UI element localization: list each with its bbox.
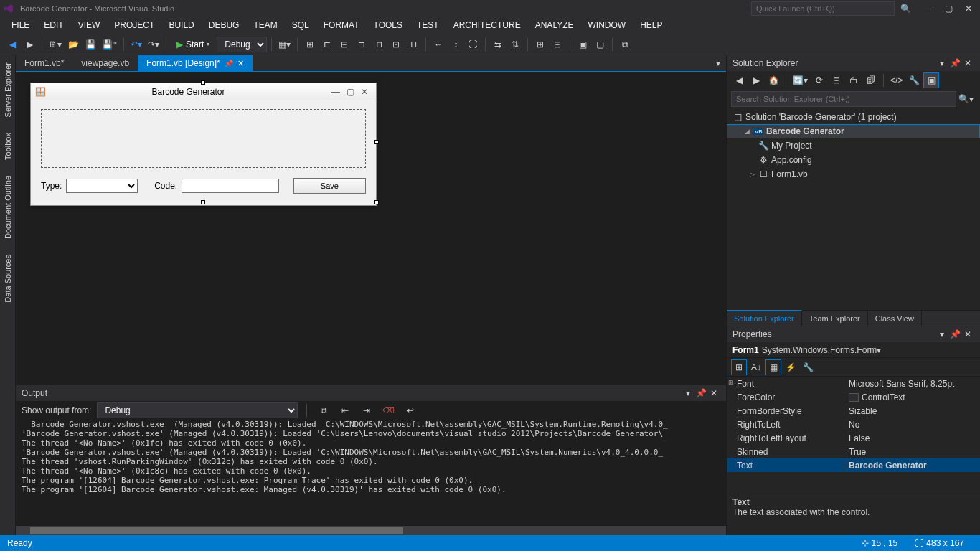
rail-toolbox[interactable]: Toolbox (4, 128, 12, 164)
panel-pin-icon[interactable]: 📌 (948, 58, 961, 68)
panel-dropdown-icon[interactable]: ▾ (682, 388, 694, 398)
menu-file[interactable]: FILE (4, 19, 37, 32)
align-grid-icon[interactable]: ⊞ (302, 37, 318, 52)
find-message-icon[interactable]: ⧉ (316, 402, 331, 418)
output-source-select[interactable]: Debug (97, 402, 298, 418)
tab-solution-explorer[interactable]: Solution Explorer (727, 310, 802, 326)
property-value[interactable]: False (844, 433, 980, 443)
tabs-overflow-icon[interactable]: ▾ (710, 55, 726, 71)
toggle-wrap-icon[interactable]: ↩ (402, 402, 418, 418)
designed-form[interactable]: 🪟 Barcode Generator — ▢ ✕ Type: Code: (30, 83, 377, 206)
panel-close-icon[interactable]: ✕ (961, 58, 974, 68)
se-show-all-files-icon[interactable]: 🗐 (863, 72, 879, 88)
resize-handle-icon[interactable] (374, 200, 379, 204)
output-h-scrollbar[interactable] (16, 525, 726, 535)
close-icon[interactable]: ✕ (237, 59, 244, 68)
new-project-icon[interactable]: 🗎▾ (47, 37, 64, 52)
menu-team[interactable]: TEAM (246, 19, 284, 32)
expander-icon[interactable]: ◢ (743, 128, 750, 135)
picturebox-barcode[interactable] (41, 109, 366, 168)
save-all-icon[interactable]: 💾⁺ (100, 37, 119, 52)
tree-solution-node[interactable]: ◫ Solution 'Barcode Generator' (1 projec… (727, 110, 980, 124)
panel-close-icon[interactable]: ✕ (961, 329, 974, 339)
property-row[interactable]: FormBorderStyleSizable (727, 404, 980, 418)
se-preview-icon[interactable]: ▣ (923, 72, 939, 88)
layout-icon[interactable]: ▦▾ (276, 37, 293, 52)
panel-dropdown-icon[interactable]: ▾ (936, 58, 948, 68)
search-icon[interactable]: 🔍▾ (956, 91, 976, 107)
expander-icon[interactable]: ▷ (748, 171, 755, 178)
panel-pin-icon[interactable]: 📌 (694, 388, 707, 398)
start-debug-button[interactable]: ▶ Start ▾ (171, 37, 215, 52)
minimize-button[interactable]: — (920, 1, 937, 16)
rail-document-outline[interactable]: Document Outline (4, 171, 12, 243)
maximize-button[interactable]: ▢ (940, 1, 957, 16)
nav-forward-icon[interactable]: ▶ (22, 37, 37, 52)
se-sync-icon[interactable]: 🔄▾ (791, 72, 810, 88)
align-right-icon[interactable]: ⊐ (354, 37, 369, 52)
menu-build[interactable]: BUILD (161, 19, 201, 32)
nav-back-icon[interactable]: ◀ (4, 37, 20, 52)
same-size-icon[interactable]: ⛶ (465, 37, 481, 52)
config-select[interactable]: Debug (217, 37, 267, 52)
tree-item-appconfig[interactable]: ⚙ App.config (727, 153, 980, 167)
code-textbox[interactable] (182, 179, 279, 193)
properties-object-selector[interactable]: Form1 System.Windows.Forms.Form ▾ (727, 342, 980, 358)
se-forward-icon[interactable]: ▶ (748, 72, 764, 88)
quick-launch-input[interactable] (751, 1, 895, 16)
menu-sql[interactable]: SQL (285, 19, 316, 32)
search-icon[interactable]: 🔍 (895, 4, 917, 14)
type-combobox[interactable] (66, 179, 137, 193)
tab-order-icon[interactable]: ⧉ (617, 37, 633, 52)
close-button[interactable]: ✕ (960, 1, 977, 16)
menu-window[interactable]: WINDOW (581, 19, 633, 32)
save-icon[interactable]: 💾 (83, 37, 98, 52)
property-pages-icon[interactable]: 🔧 (800, 359, 816, 375)
panel-pin-icon[interactable]: 📌 (948, 329, 961, 339)
property-row[interactable]: SkinnedTrue (727, 445, 980, 458)
categorized-icon[interactable]: ⊞ (731, 359, 747, 375)
menu-test[interactable]: TEST (410, 19, 446, 32)
tab-viewpage[interactable]: viewpage.vb (72, 55, 138, 71)
se-show-all-icon[interactable]: 🗀 (846, 72, 862, 88)
property-value[interactable]: Sizable (844, 406, 980, 416)
properties-grid[interactable]: ⊞FontMicrosoft Sans Serif, 8.25ptForeCol… (727, 377, 980, 494)
menu-help[interactable]: HELP (633, 19, 669, 32)
panel-dropdown-icon[interactable]: ▾ (936, 329, 948, 339)
same-width-icon[interactable]: ↔ (430, 37, 446, 52)
hspace-equal-icon[interactable]: ⇆ (490, 37, 506, 52)
property-row[interactable]: RightToLeftLayoutFalse (727, 431, 980, 445)
vspace-equal-icon[interactable]: ⇅ (507, 37, 523, 52)
menu-debug[interactable]: DEBUG (202, 19, 247, 32)
resize-handle-icon[interactable] (201, 80, 205, 85)
property-value[interactable]: ControlText (844, 392, 980, 402)
solution-search-input[interactable] (731, 91, 956, 107)
align-left-icon[interactable]: ⊏ (319, 37, 335, 52)
bring-front-icon[interactable]: ▣ (575, 37, 590, 52)
rail-server-explorer[interactable]: Server Explorer (4, 58, 12, 121)
output-text[interactable]: Barcode Generator.vshost.exe (Managed (v… (16, 420, 726, 525)
events-icon[interactable]: ⚡ (783, 359, 798, 375)
align-bottom-icon[interactable]: ⊔ (405, 37, 421, 52)
pin-icon[interactable]: 📌 (225, 60, 233, 67)
clear-all-icon[interactable]: ⌫ (380, 402, 397, 418)
goto-next-icon[interactable]: ⇥ (359, 402, 374, 418)
same-height-icon[interactable]: ↕ (448, 37, 463, 52)
save-button[interactable]: Save (293, 178, 366, 194)
se-collapse-icon[interactable]: ⊟ (829, 72, 844, 88)
center-v-icon[interactable]: ⊟ (550, 37, 565, 52)
menu-architecture[interactable]: ARCHITECTURE (446, 19, 528, 32)
properties-icon[interactable]: ▦ (765, 359, 781, 375)
menu-tools[interactable]: TOOLS (367, 19, 410, 32)
align-middle-icon[interactable]: ⊡ (388, 37, 404, 52)
property-value[interactable]: True (844, 447, 980, 457)
property-row[interactable]: RightToLeftNo (727, 418, 980, 431)
tab-form1-code[interactable]: Form1.vb* (16, 55, 72, 71)
tab-form1-design[interactable]: Form1.vb [Design]* 📌 ✕ (138, 55, 253, 71)
tree-project-node[interactable]: ◢ VB Barcode Generator (727, 124, 980, 138)
tree-item-form1[interactable]: ▷ ☐ Form1.vb (727, 167, 980, 182)
tab-team-explorer[interactable]: Team Explorer (802, 311, 868, 326)
tree-item-myproject[interactable]: 🔧 My Project (727, 138, 980, 153)
se-properties-icon[interactable]: 🔧 (906, 72, 922, 88)
align-top-icon[interactable]: ⊓ (371, 37, 387, 52)
